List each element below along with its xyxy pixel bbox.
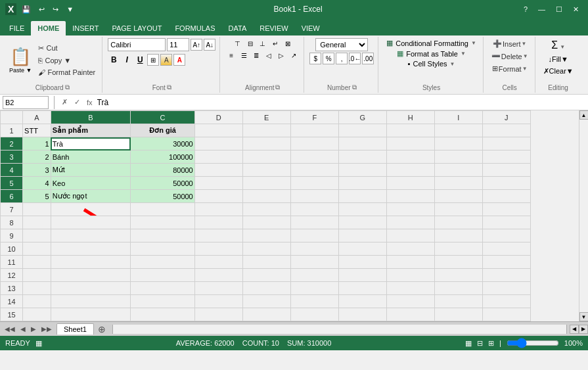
conditional-formatting-btn[interactable]: ▦ Conditional Formatting ▼ bbox=[384, 38, 479, 48]
save-qat-btn[interactable]: 💾 bbox=[19, 4, 34, 15]
border-btn[interactable]: ⊞ bbox=[147, 54, 159, 66]
cell-B3[interactable]: Bánh bbox=[51, 150, 131, 164]
sheet-tab-sheet1[interactable]: Sheet1 bbox=[57, 323, 94, 335]
cell-G1[interactable] bbox=[338, 124, 386, 137]
col-header-G[interactable]: G bbox=[338, 111, 386, 124]
tab-view[interactable]: VIEW bbox=[295, 21, 327, 35]
formula-input[interactable] bbox=[97, 96, 585, 109]
underline-button[interactable]: U bbox=[134, 54, 146, 66]
align-top-btn[interactable]: ⊤ bbox=[232, 38, 244, 49]
cell-F4[interactable] bbox=[290, 164, 338, 177]
cell-G6[interactable] bbox=[338, 190, 386, 203]
cell-D2[interactable] bbox=[194, 137, 242, 150]
cell-D5[interactable] bbox=[194, 177, 242, 190]
view-layout-btn[interactable]: ⊟ bbox=[477, 339, 483, 348]
font-size-input[interactable] bbox=[167, 38, 189, 51]
cell-H3[interactable] bbox=[386, 150, 434, 164]
decrease-decimal-btn[interactable]: .0← bbox=[349, 53, 361, 64]
bold-button[interactable]: B bbox=[108, 54, 120, 66]
align-right-btn[interactable]: ≣ bbox=[250, 50, 262, 60]
fill-btn[interactable]: ↓Fill▼ bbox=[545, 54, 570, 64]
qat-dropdown-btn[interactable]: ▼ bbox=[64, 4, 76, 14]
cell-I5[interactable] bbox=[434, 177, 482, 190]
close-btn[interactable]: ✕ bbox=[569, 4, 583, 15]
cell-C6[interactable]: 50000 bbox=[131, 190, 194, 203]
cell-I6[interactable] bbox=[434, 190, 482, 203]
cell-E3[interactable] bbox=[242, 150, 290, 164]
orientation-btn[interactable]: ↗ bbox=[288, 50, 300, 60]
cell-D1[interactable] bbox=[194, 124, 242, 137]
cell-E1[interactable] bbox=[242, 124, 290, 137]
increase-decimal-btn[interactable]: .00 bbox=[362, 53, 374, 64]
copy-button[interactable]: ⎘ Copy ▼ bbox=[35, 55, 98, 66]
align-middle-btn[interactable]: ⊟ bbox=[244, 38, 256, 49]
cell-H4[interactable] bbox=[386, 164, 434, 177]
cell-A2[interactable]: 1 bbox=[23, 137, 51, 150]
cell-A6[interactable]: 5 bbox=[23, 190, 51, 203]
cell-C4[interactable]: 80000 bbox=[131, 164, 194, 177]
col-header-F[interactable]: F bbox=[290, 111, 338, 124]
cell-G3[interactable] bbox=[338, 150, 386, 164]
cell-B6[interactable]: Nước ngọt bbox=[51, 190, 131, 203]
cell-G5[interactable] bbox=[338, 177, 386, 190]
cell-C2[interactable]: 30000 bbox=[131, 137, 194, 150]
minimize-btn[interactable]: — bbox=[534, 4, 549, 15]
cell-D4[interactable] bbox=[194, 164, 242, 177]
cell-E4[interactable] bbox=[242, 164, 290, 177]
tab-page-layout[interactable]: PAGE LAYOUT bbox=[105, 21, 168, 35]
hscroll-right-btn[interactable]: ▶ bbox=[579, 325, 588, 334]
text-wrap-btn[interactable]: ↵ bbox=[269, 38, 281, 49]
clear-btn[interactable]: ✗Clear▼ bbox=[541, 66, 576, 77]
col-header-H[interactable]: H bbox=[386, 111, 434, 124]
cell-styles-btn[interactable]: ▪ Cell Styles ▼ bbox=[405, 59, 458, 68]
tab-insert[interactable]: INSERT bbox=[66, 21, 105, 35]
sigma-btn[interactable]: Σ ▼ bbox=[549, 38, 568, 53]
cell-A3[interactable]: 2 bbox=[23, 150, 51, 164]
cell-F6[interactable] bbox=[290, 190, 338, 203]
tab-file[interactable]: FILE bbox=[3, 21, 31, 35]
cell-H1[interactable] bbox=[386, 124, 434, 137]
font-shrink-btn[interactable]: A↓ bbox=[204, 39, 215, 51]
cell-F3[interactable] bbox=[290, 150, 338, 164]
comma-btn[interactable]: , bbox=[336, 53, 348, 64]
delete-cells-btn[interactable]: ➖ Delete ▼ bbox=[489, 51, 531, 62]
sheet-nav-last[interactable]: ▶▶ bbox=[39, 325, 54, 333]
redo-btn[interactable]: ↪ bbox=[50, 4, 61, 15]
vscroll-up-btn[interactable]: ▲ bbox=[579, 110, 589, 120]
cell-F1[interactable] bbox=[290, 124, 338, 137]
cell-J6[interactable] bbox=[482, 190, 530, 203]
col-header-B[interactable]: B bbox=[51, 111, 131, 124]
insert-function-btn[interactable]: fx bbox=[85, 99, 95, 106]
merge-btn[interactable]: ⊠ bbox=[282, 38, 294, 49]
cell-B2[interactable]: Trà bbox=[51, 137, 131, 150]
cell-H2[interactable] bbox=[386, 137, 434, 150]
cell-I3[interactable] bbox=[434, 150, 482, 164]
cell-E5[interactable] bbox=[242, 177, 290, 190]
cell-J5[interactable] bbox=[482, 177, 530, 190]
vertical-scrollbar[interactable]: ▲ ▼ bbox=[579, 110, 588, 321]
zoom-slider[interactable] bbox=[507, 338, 559, 348]
cell-E2[interactable] bbox=[242, 137, 290, 150]
col-header-I[interactable]: I bbox=[434, 111, 482, 124]
tab-data[interactable]: DATA bbox=[222, 21, 254, 35]
font-name-input[interactable] bbox=[108, 38, 166, 51]
format-as-table-btn[interactable]: ▦ Format as Table ▼ bbox=[394, 49, 468, 58]
cell-A4[interactable]: 3 bbox=[23, 164, 51, 177]
col-header-C[interactable]: C bbox=[131, 111, 194, 124]
cell-F5[interactable] bbox=[290, 177, 338, 190]
col-header-A[interactable]: A bbox=[23, 111, 51, 124]
cell-C3[interactable]: 100000 bbox=[131, 150, 194, 164]
cell-G4[interactable] bbox=[338, 164, 386, 177]
cell-F2[interactable] bbox=[290, 137, 338, 150]
sheet-nav-next[interactable]: ▶ bbox=[29, 325, 38, 333]
align-bottom-btn[interactable]: ⊥ bbox=[257, 38, 269, 49]
cell-J4[interactable] bbox=[482, 164, 530, 177]
italic-button[interactable]: I bbox=[121, 54, 133, 66]
cell-J2[interactable] bbox=[482, 137, 530, 150]
view-pagebreak-btn[interactable]: ⊞ bbox=[488, 339, 494, 348]
view-normal-btn[interactable]: ▦ bbox=[465, 339, 472, 348]
font-color-btn[interactable]: A bbox=[173, 54, 185, 66]
cell-B4[interactable]: Mứt bbox=[51, 164, 131, 177]
cell-D3[interactable] bbox=[194, 150, 242, 164]
cell-H6[interactable] bbox=[386, 190, 434, 203]
